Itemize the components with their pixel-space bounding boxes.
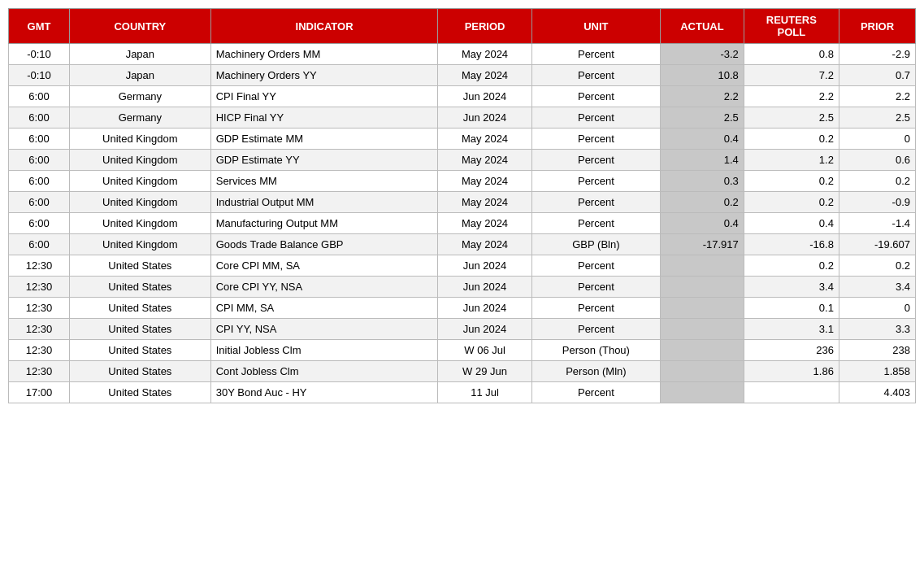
table-cell: Percent [531, 277, 660, 298]
table-cell: Percent [531, 382, 660, 403]
table-cell: 2.5 [661, 107, 744, 129]
table-cell: Percent [531, 319, 660, 340]
table-cell: United States [70, 382, 211, 403]
table-cell: 0.7 [839, 65, 915, 86]
table-cell: United States [70, 340, 211, 361]
table-cell: Jun 2024 [438, 319, 531, 340]
table-cell [744, 382, 839, 403]
table-cell: -16.8 [744, 234, 839, 255]
header-indicator: INDICATOR [210, 9, 438, 44]
table-cell: -1.4 [839, 213, 915, 234]
table-cell: 11 Jul [438, 382, 531, 403]
table-cell: 12:30 [9, 255, 70, 277]
table-cell: United Kingdom [70, 150, 211, 171]
header-country: COUNTRY [70, 9, 211, 44]
table-cell: 12:30 [9, 298, 70, 319]
table-cell: HICP Final YY [210, 107, 438, 129]
table-cell: Percent [531, 86, 660, 107]
table-cell: 1.4 [661, 150, 744, 171]
table-cell: Percent [531, 192, 660, 213]
table-cell: Japan [70, 65, 211, 86]
table-cell: 0.2 [744, 192, 839, 213]
table-cell: Japan [70, 44, 211, 65]
table-cell: Percent [531, 107, 660, 129]
table-cell: United States [70, 361, 211, 382]
table-cell: 3.1 [744, 319, 839, 340]
table-cell: Percent [531, 255, 660, 277]
table-cell: 6:00 [9, 171, 70, 192]
table-cell [661, 382, 744, 403]
table-cell: 3.4 [744, 277, 839, 298]
table-cell [661, 361, 744, 382]
table-cell: 0.2 [744, 129, 839, 150]
table-cell: 0.4 [661, 129, 744, 150]
table-cell: 2.2 [744, 86, 839, 107]
table-cell: Percent [531, 129, 660, 150]
table-cell: -3.2 [661, 44, 744, 65]
table-cell: 1.2 [744, 150, 839, 171]
table-cell: Germany [70, 86, 211, 107]
table-cell: Person (Thou) [531, 340, 660, 361]
table-cell: -19.607 [839, 234, 915, 255]
table-cell: May 2024 [438, 192, 531, 213]
table-cell: 6:00 [9, 192, 70, 213]
table-cell: 6:00 [9, 234, 70, 255]
table-cell: 2.2 [661, 86, 744, 107]
table-cell: Percent [531, 298, 660, 319]
table-cell: GDP Estimate MM [210, 129, 438, 150]
table-cell: Initial Jobless Clm [210, 340, 438, 361]
header-gmt: GMT [9, 9, 70, 44]
table-cell: CPI YY, NSA [210, 319, 438, 340]
table-cell: Jun 2024 [438, 277, 531, 298]
table-cell: -0.9 [839, 192, 915, 213]
table-cell: 4.403 [839, 382, 915, 403]
table-cell: 12:30 [9, 277, 70, 298]
table-cell: United Kingdom [70, 171, 211, 192]
table-cell: May 2024 [438, 129, 531, 150]
table-cell: 1.86 [744, 361, 839, 382]
table-cell: Industrial Output MM [210, 192, 438, 213]
table-cell: United States [70, 277, 211, 298]
table-cell: Percent [531, 44, 660, 65]
table-cell: Core CPI YY, NSA [210, 277, 438, 298]
table-cell: 6:00 [9, 129, 70, 150]
table-cell [661, 340, 744, 361]
table-cell: May 2024 [438, 171, 531, 192]
table-cell: United States [70, 255, 211, 277]
header-actual: ACTUAL [661, 9, 744, 44]
table-cell: W 29 Jun [438, 361, 531, 382]
table-cell: 238 [839, 340, 915, 361]
table-cell: 30Y Bond Auc - HY [210, 382, 438, 403]
table-cell: United States [70, 319, 211, 340]
table-cell: 0.4 [744, 213, 839, 234]
header-prior: PRIOR [839, 9, 915, 44]
table-cell: Machinery Orders YY [210, 65, 438, 86]
table-cell [661, 255, 744, 277]
table-cell: United Kingdom [70, 234, 211, 255]
table-cell: Percent [531, 213, 660, 234]
table-cell: 6:00 [9, 86, 70, 107]
table-cell: 0.4 [661, 213, 744, 234]
table-cell: CPI MM, SA [210, 298, 438, 319]
table-cell: 17:00 [9, 382, 70, 403]
table-cell: W 06 Jul [438, 340, 531, 361]
table-cell: 2.5 [839, 107, 915, 129]
table-cell: 0.1 [744, 298, 839, 319]
table-cell: Person (Mln) [531, 361, 660, 382]
table-cell: 12:30 [9, 319, 70, 340]
table-cell: 1.858 [839, 361, 915, 382]
table-cell: CPI Final YY [210, 86, 438, 107]
table-cell: United Kingdom [70, 192, 211, 213]
table-cell: May 2024 [438, 65, 531, 86]
table-cell: United Kingdom [70, 213, 211, 234]
table-cell: Jun 2024 [438, 86, 531, 107]
table-cell: 12:30 [9, 361, 70, 382]
table-cell: Machinery Orders MM [210, 44, 438, 65]
table-cell: May 2024 [438, 213, 531, 234]
table-cell: May 2024 [438, 234, 531, 255]
table-cell: GBP (Bln) [531, 234, 660, 255]
economic-calendar-table: GMT COUNTRY INDICATOR PERIOD UNIT ACTUAL… [8, 8, 916, 403]
table-cell: -17.917 [661, 234, 744, 255]
table-cell: 6:00 [9, 107, 70, 129]
table-cell: United Kingdom [70, 129, 211, 150]
